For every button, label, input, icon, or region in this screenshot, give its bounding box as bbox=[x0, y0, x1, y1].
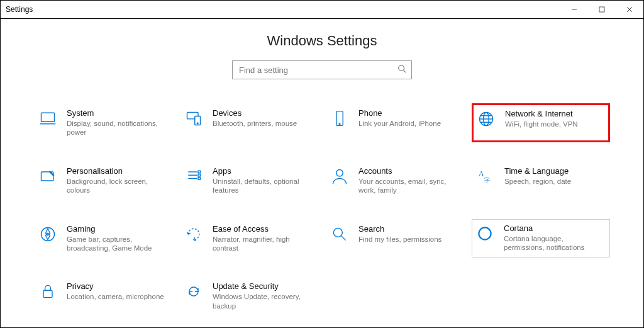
category-system[interactable]: System Display, sound, notifications, po… bbox=[34, 103, 172, 142]
maximize-button[interactable] bbox=[588, 1, 616, 18]
category-title: Apps bbox=[213, 166, 312, 176]
category-title: System bbox=[67, 108, 166, 118]
category-title: Cortana bbox=[504, 223, 604, 233]
svg-line-30 bbox=[341, 235, 346, 240]
category-cortana[interactable]: Cortana Cortana language, permissions, n… bbox=[472, 219, 610, 258]
svg-line-5 bbox=[404, 71, 406, 73]
search-input[interactable] bbox=[238, 65, 397, 76]
category-desc: Game bar, captures, broadcasting, Game M… bbox=[67, 235, 166, 253]
svg-point-12 bbox=[339, 123, 340, 125]
category-title: Search bbox=[358, 224, 441, 234]
category-title: Devices bbox=[213, 108, 297, 118]
apps-icon bbox=[184, 167, 204, 188]
category-desc: Windows Update, recovery, backup bbox=[213, 292, 312, 310]
category-title: Personalisation bbox=[67, 166, 166, 176]
category-desc: Your accounts, email, sync, work, family bbox=[358, 177, 458, 195]
personalisation-icon bbox=[38, 167, 58, 188]
search-icon bbox=[397, 64, 406, 76]
minimize-button[interactable] bbox=[560, 1, 588, 18]
category-desc: Display, sound, notifications, power bbox=[67, 119, 166, 137]
category-accounts[interactable]: Accounts Your accounts, email, sync, wor… bbox=[326, 161, 464, 200]
window-title: Settings bbox=[6, 5, 33, 14]
search-wrap bbox=[1, 60, 643, 79]
accounts-icon bbox=[330, 167, 350, 188]
svg-point-4 bbox=[399, 65, 404, 71]
category-title: Network & Internet bbox=[505, 109, 578, 118]
cortana-icon bbox=[475, 225, 495, 245]
category-desc: WiFi, flight mode, VPN bbox=[505, 120, 578, 128]
close-button[interactable] bbox=[616, 1, 643, 18]
category-title: Privacy bbox=[67, 281, 164, 291]
svg-rect-22 bbox=[198, 171, 201, 173]
system-icon bbox=[38, 110, 58, 130]
svg-point-29 bbox=[333, 228, 342, 237]
window-controls bbox=[560, 1, 643, 18]
page-title: Windows Settings bbox=[1, 33, 643, 49]
gaming-icon bbox=[38, 225, 58, 246]
content-area: Windows Settings System Display, sound, … bbox=[1, 19, 643, 327]
category-desc: Link your Android, iPhone bbox=[358, 119, 441, 128]
category-title: Ease of Access bbox=[213, 224, 312, 234]
category-desc: Bluetooth, printers, mouse bbox=[213, 119, 297, 128]
category-title: Accounts bbox=[358, 166, 458, 176]
category-title: Gaming bbox=[67, 224, 166, 234]
category-update[interactable]: Update & Security Windows Update, recove… bbox=[180, 276, 318, 315]
svg-point-25 bbox=[336, 169, 343, 176]
svg-point-10 bbox=[197, 123, 198, 124]
category-devices[interactable]: Devices Bluetooth, printers, mouse bbox=[180, 103, 318, 142]
category-title: Phone bbox=[358, 108, 441, 118]
category-desc: Location, camera, microphone bbox=[67, 292, 164, 301]
category-phone[interactable]: Phone Link your Android, iPhone bbox=[326, 103, 464, 142]
svg-rect-6 bbox=[42, 113, 55, 122]
category-gaming[interactable]: Gaming Game bar, captures, broadcasting,… bbox=[34, 219, 172, 258]
privacy-icon bbox=[38, 283, 58, 303]
category-privacy[interactable]: Privacy Location, camera, microphone bbox=[34, 276, 172, 315]
svg-text:A: A bbox=[479, 169, 484, 178]
devices-icon bbox=[184, 110, 204, 130]
category-desc: Cortana language, permissions, notificat… bbox=[504, 234, 604, 252]
settings-window: Settings Windows Settings bbox=[0, 0, 644, 328]
svg-point-31 bbox=[479, 227, 491, 239]
category-personalisation[interactable]: Personalisation Background, lock screen,… bbox=[34, 161, 172, 200]
settings-grid: System Display, sound, notifications, po… bbox=[1, 103, 643, 315]
category-apps[interactable]: Apps Uninstall, defaults, optional featu… bbox=[180, 161, 318, 200]
svg-rect-32 bbox=[43, 291, 52, 298]
search-category-icon bbox=[330, 225, 350, 246]
phone-icon bbox=[330, 110, 350, 130]
svg-rect-23 bbox=[198, 174, 201, 176]
category-desc: Background, lock screen, colours bbox=[67, 177, 166, 195]
svg-rect-24 bbox=[198, 178, 201, 180]
category-time[interactable]: A字 Time & Language Speech, region, date bbox=[472, 161, 610, 200]
category-desc: Speech, region, date bbox=[504, 177, 571, 186]
category-desc: Uninstall, defaults, optional features bbox=[213, 177, 312, 195]
category-title: Update & Security bbox=[213, 281, 312, 291]
category-desc: Narrator, magnifier, high contrast bbox=[213, 235, 312, 253]
category-network[interactable]: Network & Internet WiFi, flight mode, VP… bbox=[472, 103, 610, 142]
search-box[interactable] bbox=[232, 60, 412, 79]
svg-rect-1 bbox=[599, 7, 604, 12]
time-icon: A字 bbox=[475, 167, 496, 188]
update-icon bbox=[184, 283, 204, 303]
globe-icon bbox=[476, 110, 496, 130]
category-desc: Find my files, permissions bbox=[358, 235, 441, 244]
category-ease[interactable]: Ease of Access Narrator, magnifier, high… bbox=[180, 219, 318, 258]
ease-icon bbox=[184, 225, 204, 246]
titlebar: Settings bbox=[1, 1, 643, 19]
category-search[interactable]: Search Find my files, permissions bbox=[326, 219, 464, 258]
svg-text:字: 字 bbox=[484, 177, 490, 183]
category-title: Time & Language bbox=[504, 166, 571, 176]
